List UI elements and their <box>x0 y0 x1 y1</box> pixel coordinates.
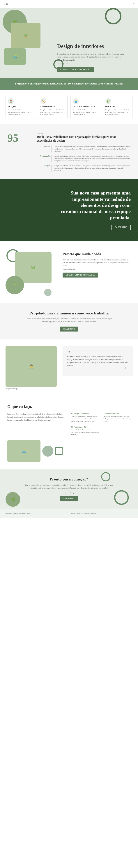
service-icon-3: 🌿 <box>105 98 111 104</box>
stats-item-text-2: Sample text. Click to select the text bo… <box>54 164 131 172</box>
footer-hero-content: Pronto para começar? Lorem ipsum dolor s… <box>7 477 131 501</box>
service-text-2: Sample text. Click to select the text bo… <box>73 109 98 116</box>
work-description: A forma como trabalhamos está mudando, e… <box>23 317 115 323</box>
services-section: 🏠 PREÇOS Sample text. Click to select th… <box>0 90 138 124</box>
footer-sample-right-text: Sample text Click tO Click again or doub… <box>71 512 133 514</box>
stats-item-text-1: Sample text. Click to select the text bo… <box>54 155 131 162</box>
promo-content: Sua nova casa apresenta uma impressionan… <box>7 190 131 230</box>
hero-plant-image-2: 🪴 <box>11 23 40 48</box>
about-services-grid: 01. Design de Interiores Duis aute irure… <box>71 413 131 436</box>
nav-menu: — — — — — <box>59 3 81 5</box>
service-card-1: ✏️ ETINO DESIGN Sample text. Click to se… <box>38 95 68 119</box>
stats-content: Interior Desde 1995, trabalhamos com org… <box>37 132 131 172</box>
about-image-row: 🛋️ <box>7 440 131 462</box>
footer-sample-left: Sample text Click to Click again or doub… <box>5 512 67 514</box>
project-text: Duis aute irure dolor in reprehenderit i… <box>62 258 133 267</box>
hero-interior-image: 🛋️ <box>4 48 26 65</box>
footer-hero-title: Pronto para começar? <box>7 477 131 482</box>
service-card-0: 🏠 PREÇOS Sample text. Click to select th… <box>5 95 35 119</box>
footer-hero-cta-button[interactable]: SABER MAIS <box>60 496 78 501</box>
testimonial-quote: Ut enim ad minim veniam, quis nostrud ex… <box>67 355 128 367</box>
hero-circle-outline-1 <box>105 8 121 24</box>
services-grid: 🏠 PREÇOS Sample text. Click to select th… <box>5 95 133 119</box>
service-text-0: Sample text. Click to select the text bo… <box>8 109 33 116</box>
about-title: O que eu faço. <box>7 404 131 409</box>
about-service-item-0: 01. Design de Interiores Duis aute irure… <box>71 413 99 423</box>
testimonial-image-credit: Imagem de Freepik <box>5 388 57 390</box>
hero-title: Design de interiores <box>57 43 125 50</box>
stats-subtitle: Interior <box>37 132 131 134</box>
about-circle-2 <box>55 447 62 455</box>
service-title-0: PREÇOS <box>8 105 33 107</box>
about-service-num-1: 02. Plano Residencial <box>103 413 131 415</box>
stats-item-1: Prototipação Sample text. Click to selec… <box>37 155 131 162</box>
footer-sample-left-text: Sample text Click to Click again or doub… <box>5 512 67 514</box>
stats-item-label-2: Oração <box>37 164 52 172</box>
about-service-num-2: 03. Visualização 3D <box>71 426 99 428</box>
about-service-num-0: 01. Design de Interiores <box>71 413 99 415</box>
service-title-2: DECORAÇÃO DE CASA <box>73 105 98 107</box>
footer-sample-section: Sample text Click to Click again or doub… <box>0 508 138 518</box>
hero-description: Duis aute irure dolor in reprehenderit i… <box>57 52 125 62</box>
project-content: Projeto que muda a vida Duis aute irure … <box>62 248 133 278</box>
hero-section: 🌿 🪴 🛋️ Design de interiores Duis aute ir… <box>0 8 138 78</box>
service-icon-1: ✏️ <box>40 98 46 104</box>
stats-items-list: Interior Trabalhamos de perto com todos … <box>37 146 131 172</box>
hamburger-icon[interactable]: ≡ <box>133 2 134 5</box>
footer-hero-credit: Imagem de Freepik <box>7 492 131 494</box>
testimonial-content: " Ut enim ad minim veniam, quis nostrud … <box>62 346 133 376</box>
about-service-text-2: Sample text. Click to select the text bo… <box>71 429 99 436</box>
nav-item-2[interactable]: — <box>64 3 66 5</box>
nav-logo: logo <box>4 2 8 5</box>
tagline-section: Projetamos e entregamos belos hotéis, ca… <box>0 78 138 90</box>
project-small-image: 🌱 <box>5 276 24 294</box>
service-icon-0: 🏠 <box>8 98 14 104</box>
about-circle-1 <box>42 445 53 457</box>
stats-item-0: Interior Trabalhamos de perto com todos … <box>37 146 131 152</box>
footer-hero-section: 🌿 Pronto para começar? Lorem ipsum dolor… <box>0 469 138 508</box>
about-interior-image: 🛋️ <box>7 440 40 462</box>
project-section: 🌿 🌱 Projeto que muda a vida Duis aute ir… <box>0 241 138 303</box>
about-section: O que eu faço. Paragraph. Duis aute irur… <box>0 397 138 470</box>
testimonial-section: 👩 Imagem de Freepik " Ut enim ad minim v… <box>0 339 138 397</box>
service-text-3: Sample text. Click to select the text bo… <box>105 109 130 116</box>
testimonial-image-container: 👩 Imagem de Freepik <box>5 346 57 390</box>
about-service-item-2: 03. Visualização 3D Sample text. Click t… <box>71 426 99 436</box>
hero-image-credit: Imagem de Freepik <box>57 63 125 65</box>
about-service-text-1: Sample text. Click to select the text bo… <box>103 415 131 423</box>
nav-item-4[interactable]: — <box>74 3 76 5</box>
work-cta-button[interactable]: SABER MAIS <box>60 327 78 332</box>
stats-item-label-0: Interior <box>37 146 52 152</box>
stats-item-label-1: Prototipação <box>37 155 52 162</box>
project-cta-button[interactable]: CONSULTE MAIS INFORMAÇÕES <box>62 273 98 278</box>
navbar: logo — — — — — ≡ <box>0 0 138 8</box>
nav-item-3[interactable]: — <box>70 3 72 5</box>
footer-sample-right: Sample text Click tO Click again or doub… <box>71 512 133 514</box>
stats-title: Desde 1995, trabalhamos com organizações… <box>37 135 131 143</box>
tagline-text: Projetamos e entregamos belos hotéis, ca… <box>7 82 131 86</box>
about-service-text-0: Duis aute irure dolor in reprehenderit i… <box>71 415 99 423</box>
service-title-3: OBRA XXI <box>105 105 130 107</box>
promo-cta-button[interactable]: SABER MAIS <box>111 225 131 230</box>
service-card-2: 🛋️ DECORAÇÃO DE CASA Sample text. Click … <box>71 95 100 119</box>
project-circle-filled <box>44 289 52 296</box>
quote-mark-open: " <box>67 351 128 355</box>
nav-item-5[interactable]: — <box>79 3 81 5</box>
promo-title: Sua nova casa apresenta uma impressionan… <box>61 190 131 221</box>
project-title: Projeto que muda a vida <box>62 252 133 256</box>
project-images: 🌿 🌱 <box>5 248 57 296</box>
service-text-1: Sample text. Click to select the text bo… <box>40 109 65 116</box>
work-section: Projetado para a maneira como você traba… <box>0 303 138 339</box>
quote-mark-close: " <box>67 367 128 371</box>
stats-section: 95 Interior Desde 1995, trabalhamos com … <box>0 124 138 179</box>
nav-item-1[interactable]: — <box>59 3 61 5</box>
promo-section: Sua nova casa apresenta uma impressionan… <box>0 179 138 241</box>
service-icon-2: 🛋️ <box>73 98 79 104</box>
service-card-3: 🌿 OBRA XXI Sample text. Click to select … <box>103 95 133 119</box>
stats-number: 95 <box>7 132 29 172</box>
service-title-1: ETINO DESIGN <box>40 105 65 107</box>
hero-cta-button[interactable]: CONSULTE MAIS INFORMAÇÃO <box>57 67 94 72</box>
testimonial-person-image: 👩 <box>5 346 57 386</box>
stats-item-text-0: Trabalhamos de perto com todos os client… <box>54 146 131 152</box>
project-image-credit: Imagem de Freepik <box>62 268 133 270</box>
